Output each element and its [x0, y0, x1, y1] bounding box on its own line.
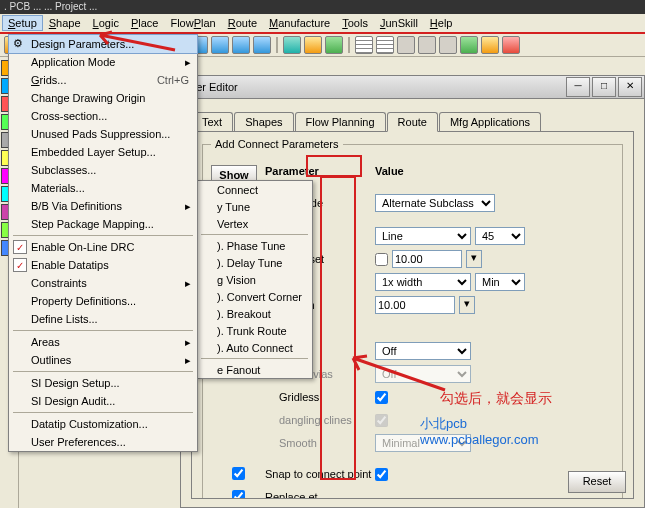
mi-grids[interactable]: Grids...Ctrl+G: [9, 71, 197, 89]
menu-route[interactable]: Route: [222, 15, 263, 31]
mi-property-defs[interactable]: Property Definitions...: [9, 292, 197, 310]
mi-areas[interactable]: Areas▸: [9, 333, 197, 351]
sm-fanout[interactable]: e Fanout: [197, 361, 312, 378]
sel-miter-1[interactable]: 1x width: [375, 273, 471, 291]
si-icon: [13, 376, 27, 390]
mi-cross-section[interactable]: Cross-section...: [9, 107, 197, 125]
mi-bb-via[interactable]: B/B Via Definitions▸: [9, 197, 197, 215]
menu-logic[interactable]: Logic: [87, 15, 125, 31]
mi-subclasses[interactable]: Subclasses...: [9, 161, 197, 179]
mi-enable-datatips[interactable]: ✓Enable Datatips: [9, 256, 197, 274]
3d-icon[interactable]: [283, 36, 301, 54]
mi-change-origin[interactable]: Change Drawing Origin: [9, 89, 197, 107]
accelerator: Ctrl+G: [157, 74, 189, 86]
chevron-right-icon: ▸: [185, 56, 191, 69]
col-value: Value: [375, 165, 525, 187]
route-submenu: Connect y Tune Vertex ). Phase Tune ). D…: [196, 180, 313, 379]
chevron-right-icon: ▸: [185, 354, 191, 367]
chk-snap[interactable]: [232, 467, 245, 480]
window-titlebar: eter Editor ─ □ ✕: [181, 76, 644, 99]
lbl-snap: Snap to connect point: [265, 468, 375, 480]
dropdown-icon[interactable]: ▾: [466, 250, 482, 268]
mi-application-mode[interactable]: Application Mode▸: [9, 53, 197, 71]
sm-delay-tune[interactable]: ). Delay Tune: [197, 254, 312, 271]
menu-flowplan[interactable]: FlowPlan: [164, 15, 221, 31]
menu-bar: Setup Shape Logic Place FlowPlan Route M…: [0, 14, 645, 34]
chevron-right-icon: ▸: [185, 200, 191, 213]
tab-route[interactable]: Route: [387, 112, 438, 132]
menu-shape[interactable]: Shape: [43, 15, 87, 31]
mi-user-prefs[interactable]: User Preferences...: [9, 433, 197, 451]
menu-manufacture[interactable]: Manufacture: [263, 15, 336, 31]
chk-gridless[interactable]: [375, 391, 388, 404]
sm-connect[interactable]: Connect: [197, 181, 312, 198]
sel-bubble[interactable]: Off: [375, 342, 471, 360]
chk-route-offset-en[interactable]: [375, 253, 388, 266]
separator: [13, 235, 193, 236]
setup-dropdown: ⚙Design Parameters... Application Mode▸ …: [8, 34, 198, 452]
mi-define-lists[interactable]: Define Lists...: [9, 310, 197, 328]
separator: [201, 358, 308, 359]
separator: [13, 371, 193, 372]
sm-phase-tune[interactable]: ). Phase Tune: [197, 237, 312, 254]
txt-route-offset[interactable]: [392, 250, 462, 268]
chk-snap-v[interactable]: [375, 468, 388, 481]
menu-place[interactable]: Place: [125, 15, 165, 31]
zoom-icon[interactable]: [232, 36, 250, 54]
menu-tools[interactable]: Tools: [336, 15, 374, 31]
lbl-dangling: dangling clines: [265, 414, 375, 426]
menu-help[interactable]: Help: [424, 15, 459, 31]
mi-embedded-layer[interactable]: Embedded Layer Setup...: [9, 143, 197, 161]
sel-shove-vias: Off: [375, 365, 471, 383]
txt-line-width[interactable]: [375, 296, 455, 314]
tab-flow-planning[interactable]: Flow Planning: [295, 112, 386, 131]
sel-line-lock-1[interactable]: Line: [375, 227, 471, 245]
annotation-text-cn: 勾选后，就会显示: [440, 390, 552, 408]
layer-icon[interactable]: [304, 36, 322, 54]
sel-line-lock-2[interactable]: 45: [475, 227, 525, 245]
tool-icon[interactable]: [418, 36, 436, 54]
maximize-button[interactable]: □: [592, 77, 616, 97]
mi-datatip-custom[interactable]: Datatip Customization...: [9, 415, 197, 433]
sm-vertex[interactable]: Vertex: [197, 215, 312, 232]
tab-shapes[interactable]: Shapes: [234, 112, 293, 131]
sm-convert-corner[interactable]: ). Convert Corner: [197, 288, 312, 305]
mi-step-package[interactable]: Step Package Mapping...: [9, 215, 197, 233]
grid-icon[interactable]: [376, 36, 394, 54]
sel-miter-2[interactable]: Min: [475, 273, 525, 291]
mi-enable-drc[interactable]: ✓Enable On-Line DRC: [9, 238, 197, 256]
sm-tune[interactable]: y Tune: [197, 198, 312, 215]
dropdown-icon[interactable]: ▾: [459, 296, 475, 314]
sm-breakout[interactable]: ). Breakout: [197, 305, 312, 322]
mi-si-audit[interactable]: SI Design Audit...: [9, 392, 197, 410]
menu-setup[interactable]: Setup: [2, 15, 43, 31]
zoom-icon[interactable]: [211, 36, 229, 54]
tool-icon[interactable]: [460, 36, 478, 54]
report-icon[interactable]: [325, 36, 343, 54]
menu-junskill[interactable]: JunSkill: [374, 15, 424, 31]
close-button[interactable]: ✕: [618, 77, 642, 97]
zoom-icon[interactable]: [253, 36, 271, 54]
sm-auto-connect[interactable]: ). Auto Connect: [197, 339, 312, 356]
sm-trunk-route[interactable]: ). Trunk Route: [197, 322, 312, 339]
sm-vision[interactable]: g Vision: [197, 271, 312, 288]
sel-layer-mode[interactable]: Alternate Subclass: [375, 194, 495, 212]
mi-si-setup[interactable]: SI Design Setup...: [9, 374, 197, 392]
check-icon: ✓: [13, 258, 27, 272]
mi-unused-pads[interactable]: Unused Pads Suppression...: [9, 125, 197, 143]
chk-replace[interactable]: [232, 490, 245, 500]
minimize-button[interactable]: ─: [566, 77, 590, 97]
chevron-right-icon: ▸: [185, 277, 191, 290]
mi-materials[interactable]: Materials...: [9, 179, 197, 197]
tab-mfg-applications[interactable]: Mfg Applications: [439, 112, 541, 131]
tool-icon[interactable]: [439, 36, 457, 54]
reset-button[interactable]: Reset: [568, 471, 626, 493]
tool-icon[interactable]: [481, 36, 499, 54]
mi-design-parameters[interactable]: ⚙Design Parameters...: [9, 35, 197, 53]
mi-outlines[interactable]: Outlines▸: [9, 351, 197, 369]
tool-icon[interactable]: [397, 36, 415, 54]
annotation-brand: 小北pcb: [420, 415, 467, 433]
tool-icon[interactable]: [502, 36, 520, 54]
grid-icon[interactable]: [355, 36, 373, 54]
mi-constraints[interactable]: Constraints▸: [9, 274, 197, 292]
